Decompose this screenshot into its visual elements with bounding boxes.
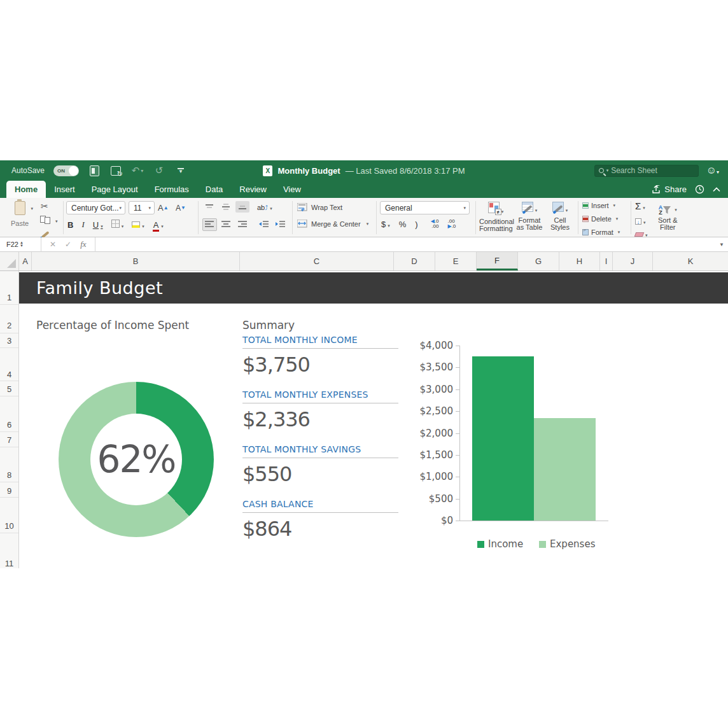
- cut-icon[interactable]: ✂: [41, 201, 48, 211]
- align-top-button[interactable]: [202, 201, 216, 213]
- tab-review[interactable]: Review: [231, 181, 275, 198]
- number-format-value: General: [385, 204, 412, 213]
- undo-icon[interactable]: ↶▾: [131, 164, 144, 177]
- column-header-e[interactable]: E: [435, 252, 477, 270]
- format-as-table-button[interactable]: ▾ Formatas Table: [515, 202, 544, 231]
- formula-bar-expand-icon[interactable]: ▼: [719, 242, 724, 248]
- underline-button[interactable]: U▾: [93, 220, 103, 230]
- comma-format-button[interactable]: ): [415, 220, 417, 229]
- row-header-9[interactable]: 9: [0, 486, 18, 496]
- search-input[interactable]: [611, 166, 681, 175]
- collapse-ribbon-icon[interactable]: [713, 187, 720, 192]
- column-header-d[interactable]: D: [394, 252, 435, 270]
- tab-home[interactable]: Home: [6, 181, 46, 198]
- decrease-decimal-button[interactable]: ◀.0.00: [431, 219, 439, 229]
- percent-format-button[interactable]: %: [399, 220, 407, 229]
- legend-income-label: Income: [488, 538, 523, 550]
- tab-formulas[interactable]: Formulas: [146, 181, 197, 198]
- row-header-10[interactable]: 10: [0, 521, 18, 531]
- version-history-icon[interactable]: [695, 185, 704, 194]
- column-header-k[interactable]: K: [653, 252, 728, 270]
- save-icon[interactable]: [109, 164, 122, 177]
- share-button[interactable]: Share: [651, 185, 687, 194]
- column-header-a[interactable]: A: [19, 252, 32, 270]
- fill-color-button[interactable]: ▾: [132, 219, 144, 230]
- bar-expenses[interactable]: [534, 418, 596, 521]
- document-title: Monthly Budget: [277, 166, 340, 176]
- name-box[interactable]: F22 ▲▼: [0, 237, 37, 252]
- row-header-7[interactable]: 7: [0, 435, 18, 445]
- fill-down-button[interactable]: ↓▾: [635, 215, 646, 227]
- merge-center-button[interactable]: Merge & Center ▾: [297, 220, 368, 228]
- row-header-5[interactable]: 5: [0, 384, 18, 394]
- wrap-text-button[interactable]: Wrap Text: [297, 203, 342, 211]
- bar-income[interactable]: [472, 356, 534, 521]
- feedback-smiley-icon[interactable]: ☺▾: [706, 165, 719, 176]
- autosum-button[interactable]: Σ▾: [635, 200, 645, 211]
- paste-button[interactable]: ▾ Paste: [6, 201, 33, 227]
- font-size-combo[interactable]: 11▾: [129, 201, 155, 214]
- cancel-icon[interactable]: ✕: [50, 240, 56, 249]
- donut-chart[interactable]: 62%: [59, 382, 214, 537]
- enter-icon[interactable]: ✓: [65, 240, 71, 249]
- tab-data[interactable]: Data: [197, 181, 231, 198]
- bold-button[interactable]: B: [67, 220, 73, 230]
- row-header-4[interactable]: 4: [0, 370, 18, 379]
- worksheet[interactable]: 1 2 3 4 5 6 7 8 9 10 11 Family Budget Pe…: [0, 271, 728, 568]
- column-header-g[interactable]: G: [518, 252, 559, 270]
- borders-button[interactable]: ▾: [111, 219, 124, 230]
- align-middle-button[interactable]: [219, 201, 233, 213]
- currency-format-button[interactable]: $▾: [381, 220, 390, 229]
- insert-cells-button[interactable]: Insert▾: [582, 202, 615, 209]
- row-header-3[interactable]: 3: [0, 336, 18, 346]
- column-header-c[interactable]: C: [240, 252, 394, 270]
- decrease-font-button[interactable]: A▼: [176, 201, 186, 214]
- row-header-2[interactable]: 2: [0, 321, 18, 330]
- increase-font-button[interactable]: A▲: [158, 201, 169, 214]
- autosave-toggle[interactable]: ON: [53, 165, 79, 176]
- align-center-button[interactable]: [219, 218, 234, 231]
- align-bottom-button[interactable]: [235, 201, 249, 213]
- delete-cells-button[interactable]: Delete▾: [582, 215, 618, 223]
- select-all-corner[interactable]: [0, 252, 19, 270]
- summary-value: $864: [242, 517, 398, 541]
- increase-decimal-button[interactable]: .00▶.0: [447, 219, 456, 229]
- format-cells-button[interactable]: ⌐ Format▾: [582, 228, 620, 236]
- search-box[interactable]: ▾: [594, 165, 699, 177]
- title-bar: AutoSave ON ↶▾ ↺ ▼ X Monthly Budget — La…: [0, 160, 728, 181]
- tab-insert[interactable]: Insert: [46, 181, 83, 198]
- column-header-i[interactable]: I: [600, 252, 613, 270]
- cell-styles-button[interactable]: ▾ CellStyles: [547, 202, 573, 231]
- row-header-6[interactable]: 6: [0, 420, 18, 430]
- new-workbook-icon[interactable]: [88, 164, 101, 177]
- sort-filter-button[interactable]: AZ ▾ Sort &Filter: [658, 200, 678, 231]
- column-header-b[interactable]: B: [32, 252, 240, 270]
- copy-icon[interactable]: ▾: [40, 214, 57, 225]
- row-headers: 1 2 3 4 5 6 7 8 9 10 11: [0, 271, 19, 568]
- orientation-button[interactable]: ab⤴▾: [257, 201, 272, 213]
- tab-page-layout[interactable]: Page Layout: [83, 181, 146, 198]
- tab-view[interactable]: View: [275, 181, 309, 198]
- insert-function-icon[interactable]: fx: [80, 239, 86, 249]
- font-name-combo[interactable]: Century Got...▾: [66, 201, 125, 214]
- column-header-j[interactable]: J: [613, 252, 653, 270]
- name-box-spinner[interactable]: ▲▼: [20, 241, 24, 248]
- align-right-button[interactable]: [235, 218, 250, 231]
- redo-icon[interactable]: ↺: [153, 164, 165, 177]
- row-header-11[interactable]: 11: [0, 559, 18, 568]
- font-color-button[interactable]: A▾: [153, 220, 164, 230]
- decrease-indent-button[interactable]: [256, 218, 271, 231]
- row-header-1[interactable]: 1: [0, 293, 18, 302]
- number-format-combo[interactable]: General▾: [380, 201, 470, 214]
- toolbar-options-icon[interactable]: ▼: [174, 164, 187, 177]
- excel-doc-icon: X: [263, 165, 272, 176]
- column-header-h[interactable]: H: [559, 252, 600, 270]
- wrap-text-label: Wrap Text: [311, 204, 342, 211]
- align-left-button[interactable]: [202, 218, 217, 231]
- increase-indent-button[interactable]: [273, 218, 288, 231]
- row-header-8[interactable]: 8: [0, 470, 18, 480]
- column-header-f[interactable]: F: [477, 252, 518, 270]
- italic-button[interactable]: I: [81, 220, 84, 230]
- conditional-formatting-button[interactable]: ≠ ▾ ConditionalFormatting: [479, 202, 512, 232]
- search-caret-icon: ▾: [606, 168, 609, 173]
